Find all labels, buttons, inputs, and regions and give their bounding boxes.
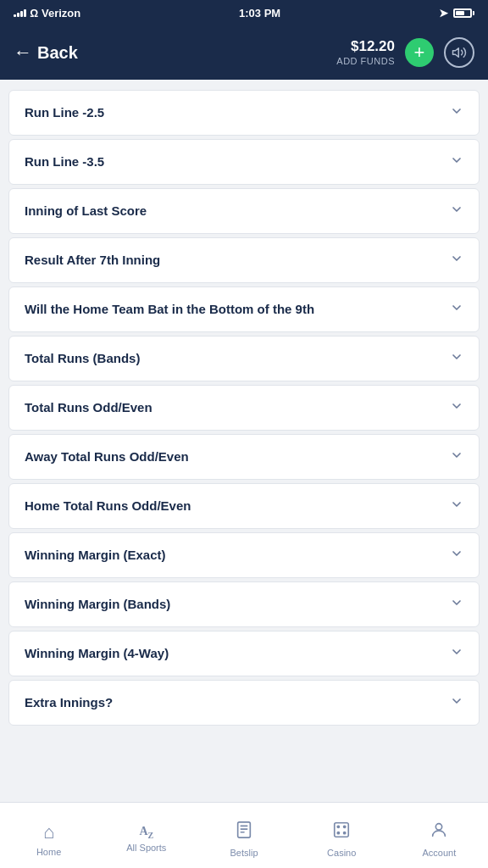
accordion-label-12: Winning Margin (4-Way) <box>25 645 441 662</box>
home-icon: ⌂ <box>43 821 54 843</box>
speaker-button[interactable] <box>444 37 474 68</box>
status-left: Ω Verizon <box>14 7 80 19</box>
chevron-icon-10 <box>450 547 463 564</box>
back-arrow-icon: ← <box>14 43 32 62</box>
accordion-label-11: Winning Margin (Bands) <box>25 596 441 613</box>
add-funds-button[interactable]: + <box>405 38 434 67</box>
svg-point-9 <box>344 832 346 833</box>
accordion-item-9[interactable]: Home Total Runs Odd/Even <box>8 483 480 529</box>
svg-rect-1 <box>238 821 251 837</box>
accordion-item-11[interactable]: Winning Margin (Bands) <box>8 581 480 627</box>
back-label: Back <box>37 43 78 63</box>
chevron-icon-12 <box>450 645 463 662</box>
svg-marker-0 <box>453 48 459 58</box>
accordion-label-5: Will the Home Team Bat in the Bottom of … <box>25 301 441 318</box>
wifi-icon: Ω <box>30 7 38 19</box>
chevron-icon-9 <box>450 498 463 515</box>
accordion-label-2: Run Line -3.5 <box>25 153 441 170</box>
header-right: $12.20 ADD FUNDS + <box>336 37 474 68</box>
accordion-label-13: Extra Innings? <box>25 694 441 711</box>
accordion-label-7: Total Runs Odd/Even <box>25 399 441 416</box>
accordion-item-10[interactable]: Winning Margin (Exact) <box>8 532 480 578</box>
status-bar: Ω Verizon 1:03 PM ➤ <box>0 0 488 25</box>
balance-amount: $12.20 <box>336 38 395 55</box>
accordion-label-6: Total Runs (Bands) <box>25 350 441 367</box>
accordion-item-6[interactable]: Total Runs (Bands) <box>8 336 480 381</box>
accordion-item-3[interactable]: Inning of Last Score <box>8 188 480 234</box>
nav-item-account[interactable]: Account <box>391 803 488 868</box>
chevron-icon-3 <box>450 203 463 220</box>
chevron-icon-6 <box>450 350 463 367</box>
accordion-item-12[interactable]: Winning Margin (4-Way) <box>8 631 480 676</box>
nav-label-casino: Casino <box>327 848 356 858</box>
speaker-icon <box>452 45 467 60</box>
accordion-label-9: Home Total Runs Odd/Even <box>25 498 441 515</box>
carrier-label: Verizon <box>42 7 80 19</box>
nav-item-all-sports[interactable]: AZ All Sports <box>97 803 195 868</box>
nav-label-account: Account <box>423 848 457 858</box>
accordion-label-3: Inning of Last Score <box>25 203 441 220</box>
accordion-label-4: Result After 7th Inning <box>25 252 441 269</box>
location-icon: ➤ <box>439 7 448 19</box>
battery-icon <box>453 8 474 18</box>
status-time: 1:03 PM <box>239 7 280 19</box>
accordion-item-2[interactable]: Run Line -3.5 <box>8 139 480 185</box>
nav-item-casino[interactable]: Casino <box>293 803 391 868</box>
status-right: ➤ <box>439 7 474 19</box>
accordion-item-4[interactable]: Result After 7th Inning <box>8 237 480 283</box>
accordion-item-13[interactable]: Extra Innings? <box>8 680 480 726</box>
accordion-item-7[interactable]: Total Runs Odd/Even <box>8 385 480 431</box>
svg-point-7 <box>344 826 346 827</box>
nav-item-betslip[interactable]: Betslip <box>195 803 292 868</box>
header: ← Back $12.20 ADD FUNDS + <box>0 25 488 80</box>
svg-point-10 <box>436 823 442 829</box>
accordion-item-8[interactable]: Away Total Runs Odd/Even <box>8 434 480 480</box>
chevron-icon-5 <box>450 301 463 318</box>
chevron-icon-4 <box>450 252 463 269</box>
chevron-icon-7 <box>450 399 463 416</box>
accordion-label-10: Winning Margin (Exact) <box>25 547 441 564</box>
chevron-icon-11 <box>450 596 463 613</box>
main-content: Run Line -2.5Run Line -3.5Inning of Last… <box>0 80 488 802</box>
bottom-nav: ⌂ Home AZ All Sports Betslip Casi <box>0 802 488 868</box>
svg-point-8 <box>337 832 339 833</box>
svg-point-6 <box>337 826 339 827</box>
back-button[interactable]: ← Back <box>14 43 78 63</box>
account-icon <box>430 821 448 844</box>
nav-label-betslip: Betslip <box>230 848 258 858</box>
nav-item-home[interactable]: ⌂ Home <box>0 803 97 868</box>
balance-section: $12.20 ADD FUNDS <box>336 38 395 67</box>
chevron-icon-2 <box>450 153 463 170</box>
betslip-icon <box>235 821 253 844</box>
accordion-label-1: Run Line -2.5 <box>25 104 441 121</box>
casino-icon <box>332 821 351 844</box>
chevron-icon-1 <box>450 104 463 121</box>
signal-bars <box>14 9 26 17</box>
accordion-item-5[interactable]: Will the Home Team Bat in the Bottom of … <box>8 287 480 332</box>
chevron-icon-13 <box>450 694 463 711</box>
accordion-item-1[interactable]: Run Line -2.5 <box>8 90 480 136</box>
nav-label-all-sports: All Sports <box>126 843 166 853</box>
nav-label-home: Home <box>36 847 61 857</box>
add-funds-label: ADD FUNDS <box>336 56 395 67</box>
chevron-icon-8 <box>450 448 463 465</box>
svg-rect-5 <box>335 822 349 837</box>
all-sports-icon: AZ <box>139 825 153 840</box>
accordion-label-8: Away Total Runs Odd/Even <box>25 448 441 465</box>
